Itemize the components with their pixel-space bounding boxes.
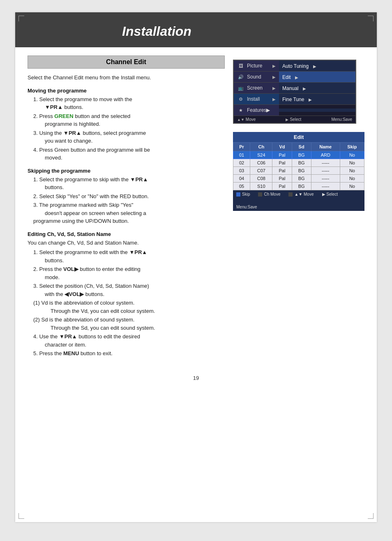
footer-move: ▲▼ Move — [237, 117, 256, 122]
cell-pr: 02 — [233, 159, 250, 167]
intro-text: Select the Channel Edit menu from the In… — [28, 74, 225, 82]
sound-icon: 🔊 — [237, 73, 244, 81]
table-row: 04C08PalBG-----No — [233, 175, 364, 183]
editing-note-1: (1) Vd is the abbreviation of colour sys… — [28, 299, 225, 315]
tv-submenu-edit: Edit ▶ — [279, 72, 355, 82]
footer-table-move: ▲▼ Move — [288, 192, 314, 197]
footer-ch-move: Ch Move — [258, 192, 280, 197]
edit-label: Edit — [282, 74, 291, 80]
features-icon: ★ — [237, 106, 244, 114]
moving-title: Moving the programme — [28, 88, 225, 94]
tv-menu-left-sound: 🔊 Sound ▶ — [234, 72, 279, 82]
editing-step-3: 3. Select the position (Ch, Vd, Sd, Stat… — [28, 282, 225, 298]
cell-pr: 05 — [233, 183, 250, 190]
cell-ch: S24 — [250, 151, 272, 159]
tv-menu-row-sound: 🔊 Sound ▶ Edit ▶ — [234, 72, 355, 82]
col-sd: Sd — [292, 143, 311, 151]
moving-step-1: 1. Select the programme to move with the… — [28, 95, 225, 111]
moving-step-3: 3. Using the ▼PR▲ buttons, select progra… — [28, 129, 225, 145]
cell-vd: Pal — [272, 151, 292, 159]
cell-skip: No — [340, 175, 364, 183]
tv-menu-footer: ▲▼ Move ▶ Select Menu:Save — [234, 116, 355, 123]
tv-submenu-finetune: Fine Tune ▶ — [279, 94, 355, 104]
col-pr: Pr — [233, 143, 250, 151]
finetune-label: Fine Tune — [282, 97, 304, 102]
sound-arrow: ▶ — [272, 75, 276, 79]
picture-arrow: ▶ — [272, 64, 276, 68]
cell-name: ----- — [311, 183, 340, 190]
cell-skip: No — [340, 151, 364, 159]
tv-menu-left-features: ★ Features▶ — [234, 105, 279, 116]
footer-table-select: ▶ Select — [322, 192, 338, 197]
skipping-steps: 1. Select the programme to skip with the… — [28, 176, 225, 225]
table-move-icon — [288, 192, 293, 197]
ch-move-icon — [258, 192, 262, 197]
edit-table: Pr Ch Vd Sd Name Skip 01S24PalBGARDNo02C… — [233, 142, 364, 190]
edit-table-head: Pr Ch Vd Sd Name Skip — [233, 143, 364, 151]
corner-br — [368, 513, 374, 519]
skipping-step-1: 1. Select the programme to skip with the… — [28, 176, 225, 192]
content-area: Channel Edit Select the Channel Edit men… — [15, 47, 377, 367]
col-name: Name — [311, 143, 340, 151]
skipping-title: Skipping the programme — [28, 168, 225, 174]
tv-submenu-features-right — [279, 109, 355, 112]
install-arrow: ▶ — [272, 97, 276, 102]
table-row: 02C06PalBG-----No — [233, 159, 364, 167]
skip-label: Skip — [242, 192, 250, 197]
tv-menu-left-picture: 🖼 Picture ▶ — [234, 60, 279, 71]
cell-name: ----- — [311, 175, 340, 183]
cell-sd: BG — [292, 167, 311, 175]
page: Installation Channel Edit Select the Cha… — [15, 12, 377, 522]
cell-skip: No — [340, 167, 364, 175]
picture-label: Picture — [247, 63, 262, 69]
moving-step-4: 4. Press Green button and the programme … — [28, 146, 225, 162]
finetune-arrow: ▶ — [309, 97, 312, 102]
edit-table-body: 01S24PalBGARDNo02C06PalBG-----No03C07Pal… — [233, 151, 364, 190]
header: Installation — [15, 12, 377, 47]
footer-select-label: Select — [290, 117, 301, 122]
features-label: Features▶ — [247, 107, 270, 113]
edit-arrow: ▶ — [295, 75, 298, 80]
manual-arrow: ▶ — [303, 86, 306, 91]
cell-sd: BG — [292, 175, 311, 183]
moving-steps: 1. Select the programme to move with the… — [28, 95, 225, 162]
cell-vd: Pal — [272, 167, 292, 175]
edit-table-footer: Skip Ch Move ▲▼ Move ▶ Select Menu:Sav — [233, 190, 364, 211]
col-vd: Vd — [272, 143, 292, 151]
editing-step-5: 5. Press the MENU button to exit. — [28, 349, 225, 358]
table-row: 01S24PalBGARDNo — [233, 151, 364, 159]
tv-menu-row-features: ★ Features▶ — [234, 105, 355, 116]
editing-steps: 1. Select the programme to edit with the… — [28, 248, 225, 358]
manual-label: Manual — [282, 86, 298, 91]
tv-submenu-manual: Manual ▶ — [279, 83, 355, 93]
skipping-step-2: 2. Select Skip "Yes" or "No" with the RE… — [28, 192, 225, 201]
screen-icon: 📺 — [237, 84, 244, 92]
cell-skip: No — [340, 183, 364, 190]
cell-ch: C08 — [250, 175, 272, 183]
tv-submenu-autotuning: Auto Tuning ▶ — [279, 60, 355, 71]
editing-step-1: 1. Select the programme to edit with the… — [28, 248, 225, 264]
table-select-label: ▶ Select — [322, 192, 338, 197]
editing-intro: You can change Ch, Vd, Sd and Station Na… — [28, 239, 225, 247]
left-column: Channel Edit Select the Channel Edit men… — [28, 55, 225, 358]
edit-table-container: Edit Pr Ch Vd Sd Name Skip 01S24PalBGA — [233, 132, 364, 211]
move-icon: ▲▼ — [237, 118, 244, 122]
cell-name: ARD — [311, 151, 340, 159]
footer-save: Menu:Save — [331, 117, 352, 122]
cell-ch: C07 — [250, 167, 272, 175]
cell-vd: Pal — [272, 183, 292, 190]
autotuning-arrow: ▶ — [313, 64, 316, 69]
col-ch: Ch — [250, 143, 272, 151]
section-title: Channel Edit — [28, 55, 225, 69]
screen-label: Screen — [247, 85, 263, 91]
tv-menu-container: 🖼 Picture ▶ Auto Tuning ▶ 🔊 — [233, 60, 364, 124]
page-title: Installation — [122, 24, 364, 39]
moving-step-2: 2. Press GREEN button and the selectedpr… — [28, 112, 225, 128]
footer-select: ▶ Select — [286, 117, 301, 122]
tv-menu: 🖼 Picture ▶ Auto Tuning ▶ 🔊 — [233, 60, 356, 124]
table-row: 03C07PalBG-----No — [233, 167, 364, 175]
cell-pr: 04 — [233, 175, 250, 183]
skip-icon — [236, 192, 240, 197]
cell-name: ----- — [311, 167, 340, 175]
corner-tl — [18, 16, 24, 21]
